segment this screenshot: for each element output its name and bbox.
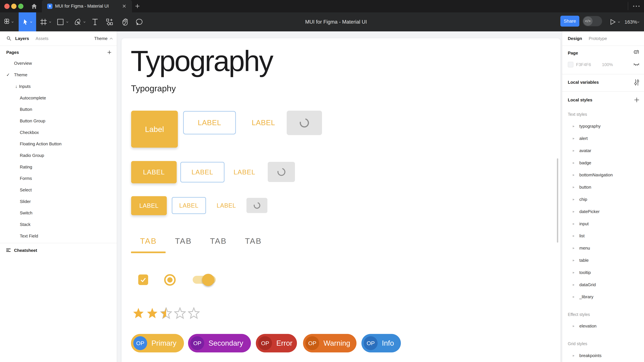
main-menu-icon[interactable]	[3, 12, 10, 31]
sidebar-page-theme[interactable]: ✓Theme	[0, 69, 117, 81]
style-row-library[interactable]: ▸_library	[562, 291, 644, 303]
add-style-icon[interactable]	[634, 97, 640, 103]
present-icon[interactable]	[609, 12, 617, 31]
present-chevron-icon[interactable]	[617, 12, 621, 31]
add-page-icon[interactable]	[107, 47, 112, 58]
shape-tool-chevron-icon[interactable]	[65, 12, 69, 31]
style-row-tooltip[interactable]: ▸tooltip	[562, 267, 644, 278]
sidebar-page-rating[interactable]: Rating	[0, 161, 117, 173]
dev-mode-toggle[interactable]: </>	[583, 16, 602, 26]
tab-prototype[interactable]: Prototype	[589, 36, 607, 41]
caret-right-icon[interactable]: ▸	[573, 234, 574, 238]
sidebar-page-overview[interactable]: Overview	[0, 58, 117, 69]
tab-assets[interactable]: Assets	[36, 36, 48, 41]
star-full-icon[interactable]	[132, 307, 144, 319]
button-text-large[interactable]: LABEL	[248, 111, 278, 134]
styles-icon[interactable]	[633, 50, 640, 56]
style-row-menu[interactable]: ▸menu	[562, 242, 644, 254]
style-row-avatar[interactable]: ▸avatar	[562, 145, 644, 156]
caret-right-icon[interactable]: ▸	[573, 148, 574, 153]
sidebar-page-slider[interactable]: Slider	[0, 196, 117, 207]
button-outlined-large[interactable]: LABEL	[183, 111, 236, 134]
caret-right-icon[interactable]: ▸	[573, 324, 574, 328]
tab-3[interactable]: TAB	[201, 236, 236, 247]
style-row-typography[interactable]: ▸typography	[562, 120, 644, 132]
comment-tool-icon[interactable]	[136, 12, 144, 31]
frame-tool-icon[interactable]	[40, 12, 48, 31]
sidebar-page-stack[interactable]: Stack	[0, 219, 117, 230]
sidebar-page-inputs[interactable]: ↓Inputs	[0, 81, 117, 92]
share-button[interactable]: Share	[560, 16, 579, 27]
caret-right-icon[interactable]: ▸	[573, 173, 574, 177]
close-tab-icon[interactable]	[122, 4, 126, 8]
button-contained-small[interactable]: LABEL	[131, 196, 167, 215]
sidebar-page-text-field[interactable]: Text Field	[0, 230, 117, 242]
chip-warning[interactable]: OP Warning	[303, 334, 356, 352]
star-empty-icon[interactable]	[174, 307, 186, 319]
caret-right-icon[interactable]: ▸	[573, 258, 574, 262]
style-row-input[interactable]: ▸input	[562, 218, 644, 230]
maximize-window-button[interactable]	[18, 4, 24, 9]
chip-info[interactable]: OP Info	[362, 334, 401, 352]
sidebar-page-forms[interactable]: Forms	[0, 172, 117, 184]
caret-right-icon[interactable]: ▸	[573, 295, 574, 299]
sidebar-page-select[interactable]: Select	[0, 184, 117, 196]
button-contained-large[interactable]: Label	[131, 111, 178, 148]
style-row-breakpoints[interactable]: ▸breakpoints	[562, 350, 644, 361]
star-empty-icon[interactable]	[188, 307, 200, 319]
style-row-datagrid[interactable]: ▸dataGrid	[562, 279, 644, 290]
caret-right-icon[interactable]: ▸	[573, 124, 574, 128]
caret-right-icon[interactable]: ▸	[573, 246, 574, 250]
sidebar-page-checkbox[interactable]: Checkbox	[0, 127, 117, 138]
new-tab-icon[interactable]	[135, 4, 140, 9]
chip-error[interactable]: OP Error	[256, 334, 297, 352]
button-loading-medium[interactable]	[268, 162, 295, 182]
rating-2-5-stars[interactable]	[132, 307, 200, 319]
style-row-list[interactable]: ▸list	[562, 230, 644, 242]
button-loading-large[interactable]	[287, 111, 322, 135]
sidebar-page-button-group[interactable]: Button Group	[0, 115, 117, 127]
tab-layers[interactable]: Layers	[15, 36, 29, 41]
tab-4[interactable]: TAB	[236, 236, 271, 247]
caret-right-icon[interactable]: ▸	[573, 353, 574, 358]
style-row-elevation[interactable]: ▸elevation	[562, 320, 644, 332]
page-color-opacity[interactable]: 100%	[602, 62, 613, 67]
caret-right-icon[interactable]: ▸	[573, 283, 574, 287]
tab-1-active[interactable]: TAB	[131, 236, 166, 247]
text-tool-icon[interactable]	[91, 12, 99, 31]
caret-right-icon[interactable]: ▸	[573, 185, 574, 189]
star-full-icon[interactable]	[146, 307, 158, 319]
button-text-medium[interactable]: LABEL	[230, 162, 258, 183]
home-icon[interactable]	[31, 3, 37, 10]
sidebar-page-radio-group[interactable]: Radio Group	[0, 150, 117, 161]
shape-tool-icon[interactable]	[56, 12, 64, 31]
zoom-level[interactable]: 163%	[624, 12, 637, 31]
sidebar-item-cheatsheet[interactable]: Cheatsheet	[0, 245, 117, 256]
zoom-chevron-icon[interactable]	[636, 12, 640, 31]
file-tab[interactable]: MUI for Figma - Material UI	[42, 0, 132, 12]
pen-tool-chevron-icon[interactable]	[82, 12, 86, 31]
caret-right-icon[interactable]: ▸	[573, 222, 574, 226]
button-outlined-small[interactable]: LABEL	[172, 197, 206, 214]
sidebar-page-switch[interactable]: Switch	[0, 207, 117, 219]
move-tool-selected[interactable]	[19, 12, 36, 31]
page-color-swatch[interactable]	[568, 62, 574, 67]
tab-2[interactable]: TAB	[166, 236, 201, 247]
main-menu-chevron-icon[interactable]	[10, 12, 14, 31]
style-row-button[interactable]: ▸button	[562, 181, 644, 193]
current-page-indicator[interactable]: Theme	[94, 36, 108, 41]
chip-secondary[interactable]: OP Secondary	[188, 334, 251, 352]
hand-tool-icon[interactable]	[122, 12, 129, 31]
button-text-small[interactable]: LABEL	[214, 197, 239, 214]
collapse-chevron-icon[interactable]	[110, 38, 113, 40]
button-contained-medium[interactable]: LABEL	[131, 161, 177, 183]
frame-tool-chevron-icon[interactable]	[48, 12, 52, 31]
sidebar-page-autocomplete[interactable]: Autocomplete	[0, 92, 117, 104]
caret-right-icon[interactable]: ▸	[573, 197, 574, 202]
style-row-bottomnavigation[interactable]: ▸bottomNavigation	[562, 169, 644, 181]
radio-selected[interactable]	[164, 274, 176, 286]
typography-frame[interactable]: Typography Typography Label LABEL LABEL …	[122, 38, 560, 362]
sidebar-page-button[interactable]: Button	[0, 104, 117, 115]
resources-tool-icon[interactable]	[106, 12, 114, 31]
pen-tool-icon[interactable]	[74, 12, 82, 31]
